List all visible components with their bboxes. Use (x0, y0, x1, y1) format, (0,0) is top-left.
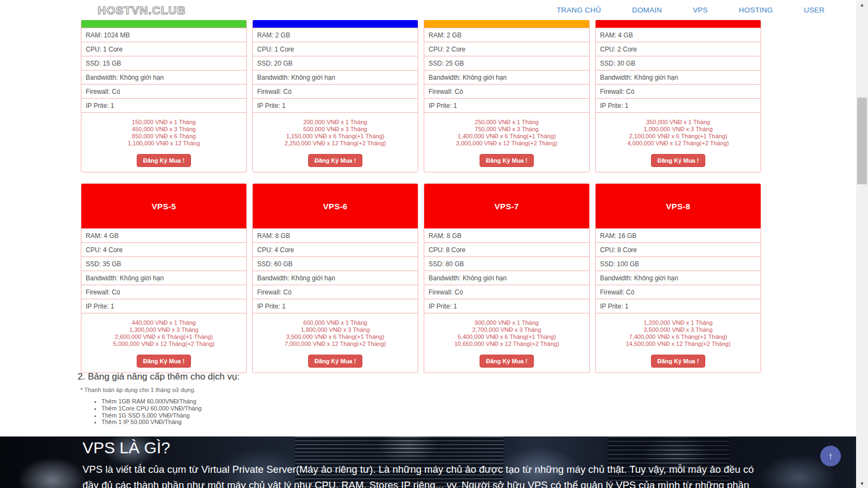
price-6-month: 1,150,000 VNĐ x 6 Tháng(+1 Tháng) (253, 133, 418, 140)
scrollbar-down-arrow-icon[interactable]: ▼ (856, 479, 868, 488)
plan-card-3: RAM: 2 GB CPU: 2 Core SSD: 25 GB Bandwid… (424, 20, 590, 172)
spec-firewall: Firewall: Có (596, 84, 761, 98)
spec-ssd: SSD: 15 GB (81, 56, 246, 70)
scrollbar-up-arrow-icon[interactable]: ▲ (856, 0, 868, 9)
plan-header: VPS-7 (424, 184, 589, 228)
spec-firewall: Firewall: Có (253, 285, 418, 299)
price-12-month: 1,100,000 VNĐ x 12 Tháng (81, 140, 246, 147)
price-list: 1,200,000 VNĐ x 1 Tháng 3,500,000 VNĐ x … (596, 313, 761, 350)
price-list: 440,000 VNĐ x 1 Tháng 1,300,000 VNĐ x 3 … (81, 313, 246, 350)
hero-title: VPS LÀ GÌ? (82, 438, 868, 458)
spec-bandwidth: Bandwidth: Không giới hạn (596, 70, 761, 84)
plan-header: VPS-6 (253, 184, 418, 228)
scrollbar-thumb[interactable] (857, 98, 867, 184)
buy-button[interactable]: Đăng Ký Mua ! (137, 355, 191, 368)
vps-info-hero: VPS LÀ GÌ? VPS là viết tắt của cụm từ Vi… (0, 436, 868, 488)
nav-item-domain[interactable]: DOMAIN (632, 6, 662, 14)
price-12-month: 4,000,000 VNĐ x 12 Tháng(+2 Tháng) (596, 140, 761, 147)
plan-title: VPS-7 (495, 202, 519, 211)
spec-ram: RAM: 2 GB (253, 28, 418, 42)
buy-row: Đăng Ký Mua ! (424, 350, 589, 373)
price-12-month: 5,000,000 VNĐ x 12 Tháng(+2 Tháng) (81, 341, 246, 348)
nav-item-vps[interactable]: VPS (693, 6, 708, 14)
spec-bandwidth: Bandwidth: Không giới hạn (424, 70, 589, 84)
nav-item-hosting[interactable]: HOSTING (739, 6, 773, 14)
plan-header (424, 20, 589, 28)
upgrade-section: 2. Bảng giá nâng cấp thêm cho dịch vụ: *… (78, 371, 566, 426)
plan-card-vps-8: VPS-8 RAM: 16 GB CPU: 8 Core SSD: 100 GB… (595, 183, 761, 373)
upgrade-item-cpu: Thêm 1Core CPU 60,000 VNĐ/Tháng (101, 405, 566, 412)
spec-cpu: CPU: 1 Core (253, 42, 418, 56)
buy-button[interactable]: Đăng Ký Mua ! (308, 154, 362, 167)
spec-bandwidth: Bandwidth: Không giới hạn (596, 271, 761, 285)
price-3-month: 450,000 VNĐ x 3 Tháng (81, 126, 246, 133)
price-list: 900,000 VNĐ x 1 Tháng 2,700,000 VNĐ x 3 … (424, 313, 589, 350)
spec-ip: IP Prite: 1 (424, 98, 589, 112)
spec-ip: IP Prite: 1 (596, 299, 761, 313)
buy-button[interactable]: Đăng Ký Mua ! (651, 154, 705, 167)
spec-cpu: CPU: 2 Core (424, 42, 589, 56)
spec-cpu: CPU: 4 Core (253, 242, 418, 256)
buy-button[interactable]: Đăng Ký Mua ! (480, 154, 534, 167)
price-3-month: 1,300,000 VNĐ x 3 Tháng (81, 326, 246, 333)
spec-ssd: SSD: 20 GB (253, 56, 418, 70)
upgrade-heading: 2. Bảng giá nâng cấp thêm cho dịch vụ: (78, 371, 566, 382)
upgrade-list: Thêm 1GB RAM 60,000VNĐ/Tháng Thêm 1Core … (78, 398, 566, 426)
spec-firewall: Firewall: Có (424, 84, 589, 98)
price-6-month: 7,400,000 VNĐ x 6 Tháng(+1 Tháng) (596, 333, 761, 341)
spec-bandwidth: Bandwidth: Không giới hạn (81, 271, 246, 285)
spec-cpu: CPU: 8 Core (596, 242, 761, 256)
spec-ip: IP Prite: 1 (596, 98, 761, 112)
spec-ram: RAM: 8 GB (253, 228, 418, 242)
buy-button[interactable]: Đăng Ký Mua ! (137, 154, 191, 167)
plan-header: VPS-5 (81, 184, 246, 228)
spec-ram: RAM: 1024 MB (81, 28, 246, 42)
spec-ssd: SSD: 30 GB (596, 56, 761, 70)
spec-bandwidth: Bandwidth: Không giới hạn (253, 70, 418, 84)
price-3-month: 600,000 VNĐ x 3 Tháng (253, 126, 418, 133)
hero-content: VPS LÀ GÌ? VPS là viết tắt của cụm từ Vi… (0, 436, 868, 488)
spec-ip: IP Prite: 1 (81, 299, 246, 313)
spec-ssd: SSD: 60 GB (253, 256, 418, 271)
scroll-to-top-button[interactable]: ↑ (820, 446, 841, 466)
nav-item-trang-chu[interactable]: TRANG CHỦ (557, 6, 601, 14)
price-1-month: 1,200,000 VNĐ x 1 Tháng (596, 319, 761, 326)
plan-title: VPS-5 (152, 202, 176, 211)
price-3-month: 2,700,000 VNĐ x 3 Tháng (424, 326, 589, 333)
price-12-month: 3,000,000 VNĐ x 12 Tháng(+2 Tháng) (424, 140, 589, 147)
nav-item-user[interactable]: USER (804, 6, 825, 14)
price-6-month: 2,600,000 VNĐ x 6 Tháng(+1 Tháng) (81, 333, 246, 341)
price-1-month: 150,000 VNĐ x 1 Tháng (81, 119, 246, 126)
spec-ip: IP Prite: 1 (253, 98, 418, 112)
buy-button[interactable]: Đăng Ký Mua ! (308, 355, 362, 368)
site-logo[interactable]: HOSTVN.CLUB (98, 4, 186, 17)
plan-card-vps-6: VPS-6 RAM: 8 GB CPU: 4 Core SSD: 60 GB B… (252, 183, 418, 373)
price-6-month: 5,400,000 VNĐ x 6 Tháng(+1 Tháng) (424, 333, 589, 341)
spec-ssd: SSD: 25 GB (424, 56, 589, 70)
upgrade-item-ssd: Thêm 1G SSD 5,000 VNĐ/Tháng (101, 412, 566, 419)
nav-links: TRANG CHỦ DOMAIN VPS HOSTING USER (557, 6, 825, 14)
buy-button[interactable]: Đăng Ký Mua ! (651, 355, 705, 368)
top-navbar: HOSTVN.CLUB TRANG CHỦ DOMAIN VPS HOSTING… (0, 0, 856, 20)
spec-ip: IP Prite: 1 (81, 98, 246, 112)
spec-bandwidth: Bandwidth: Không giới hạn (253, 271, 418, 285)
spec-ram: RAM: 16 GB (596, 228, 761, 242)
spec-firewall: Firewall: Có (81, 84, 246, 98)
browser-scrollbar[interactable]: ▲ ▼ (856, 0, 868, 488)
spec-bandwidth: Bandwidth: Không giới hạn (424, 271, 589, 285)
price-3-month: 1,800,000 VNĐ x 3 Tháng (253, 326, 418, 333)
spec-ram: RAM: 4 GB (596, 28, 761, 42)
spec-firewall: Firewall: Có (596, 285, 761, 299)
price-list: 250,000 VNĐ x 1 Tháng 750,000 VNĐ x 3 Th… (424, 112, 589, 150)
plan-card-2: RAM: 2 GB CPU: 1 Core SSD: 20 GB Bandwid… (252, 20, 418, 172)
spec-cpu: CPU: 8 Core (424, 242, 589, 256)
buy-row: Đăng Ký Mua ! (424, 150, 589, 172)
plans-row-1: RAM: 1024 MB CPU: 1 Core SSD: 15 GB Band… (81, 20, 761, 172)
buy-button[interactable]: Đăng Ký Mua ! (480, 355, 534, 368)
price-1-month: 600,000 VNĐ x 1 Tháng (253, 319, 418, 326)
price-6-month: 2,100,000 VNĐ x 6 Tháng(+1 Tháng) (596, 133, 761, 140)
price-list: 200,000 VNĐ x 1 Tháng 600,000 VNĐ x 3 Th… (253, 112, 418, 150)
price-list: 150,000 VNĐ x 1 Tháng 450,000 VNĐ x 3 Th… (81, 112, 246, 150)
plan-card-vps-7: VPS-7 RAM: 8 GB CPU: 8 Core SSD: 80 GB B… (424, 183, 590, 373)
plan-title: VPS-8 (666, 202, 691, 211)
